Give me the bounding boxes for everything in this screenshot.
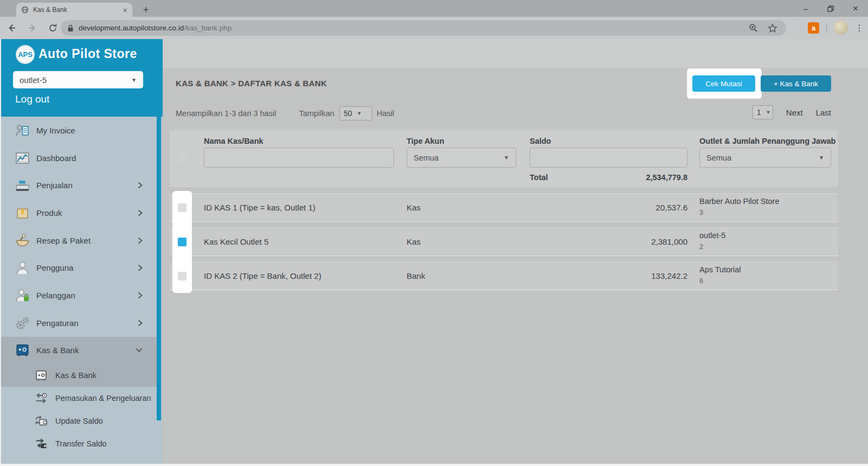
tipe-filter-select[interactable]: Semua ▼ [407,148,516,168]
row-name: Kas Kecil Outlet 5 [204,228,268,256]
results-count-text: Menampilkan 1-3 dari 3 hasil [176,109,276,118]
chevron-right-icon [138,209,143,216]
outlet-select[interactable]: outlet-5 ▼ [13,71,143,88]
sidebar-item-label: Pengguna [36,263,73,272]
row-checkbox-checked[interactable] [178,238,187,246]
product-icon [15,206,30,220]
caret-down-icon: ▼ [357,111,362,116]
sidebar-item-pelanggan[interactable]: Pelanggan [0,282,157,309]
main-content: KAS & BANK > DAFTAR KAS & BANK Cek Mutas… [163,39,868,466]
row-saldo: 20,537.6 [579,194,687,221]
back-icon[interactable] [2,19,21,37]
tampilkan-label: Tampilkan [299,109,334,118]
sidebar-item-produk[interactable]: Produk [0,199,157,227]
toolbar-separator [826,23,827,33]
in-out-icon [35,392,48,405]
window-restore-button[interactable] [818,0,843,17]
select-all-checkbox[interactable] [178,154,187,162]
table-row[interactable]: Kas Kecil Outlet 5Kas2,381,000outlet-52 [170,228,838,256]
profile-avatar[interactable] [834,21,848,35]
sidebar-item-kas-bank[interactable]: Kas & Bank [0,337,157,365]
sidebar-menu: My InvoiceDashboardPenjualanProdukResep … [0,117,157,455]
sidebar-subitem-transfer-saldo[interactable]: Transfer Saldo [0,432,157,455]
zoom-page-icon[interactable] [749,23,758,33]
safe-icon [15,343,30,358]
brand-title: Auto Pilot Store [38,47,137,61]
forward-icon[interactable] [23,19,41,37]
url-bar[interactable]: development.autopilotstore.co.id/kas_ban… [61,20,786,36]
window-bottom-edge [0,464,868,466]
sidebar-subitem-kas-bank[interactable]: Kas & Bank [0,364,157,387]
sidebar-item-label: Pemasukan & Pengeluaran [55,394,151,403]
transfer-balance-icon [35,437,48,450]
row-count: 2 [699,243,703,251]
sales-icon [15,178,30,193]
saldo-filter-input[interactable] [530,148,687,168]
total-label: Total [530,173,548,182]
settings-icon [15,316,30,330]
cek-mutasi-button[interactable]: Cek Mutasi [692,75,755,92]
chevron-right-icon [138,237,143,244]
row-checkbox[interactable] [178,272,187,280]
caret-down-icon: ▼ [766,110,771,115]
next-page-link[interactable]: Next [786,108,803,117]
sidebar-item-label: Pengaturan [36,318,79,328]
tab-title: Kas & Bank [33,6,118,14]
page-size-select[interactable]: 50 ▼ [339,106,372,120]
page-number-value: 1 [757,108,761,117]
window-minimize-button[interactable]: – [793,0,818,17]
aps-logo-icon: APS [16,45,35,64]
table-filter-header: Nama Kas/Bank Tipe Akun Saldo Outlet & J… [170,130,838,187]
row-tipe: Bank [407,262,425,290]
customer-icon [15,288,30,303]
sidebar-item-my-invoice[interactable]: My Invoice [0,117,157,144]
logout-link[interactable]: Log out [15,93,49,105]
window-close-button[interactable]: × [843,0,868,17]
row-name: ID KAS 2 (Tipe = Bank, Outlet 2) [204,262,322,290]
row-saldo: 2,381,000 [579,228,687,256]
outlet-filter-value: Semua [706,154,731,162]
row-outlet: outlet-5 [699,231,725,240]
add-kas-bank-button[interactable]: + Kas & Bank [761,75,831,92]
row-checkbox[interactable] [178,203,187,212]
reload-icon[interactable] [43,19,62,37]
chevron-right-icon [138,292,143,299]
row-tipe: Kas [407,228,421,256]
row-name: ID KAS 1 (Tipe = kas, Outlet 1) [204,194,316,221]
browser-tab[interactable]: Kas & Bank × [16,3,132,17]
update-balance-icon [35,414,48,427]
chevron-right-icon [138,264,143,271]
chevron-right-icon [138,320,143,327]
window-edge [0,39,1,466]
sidebar-item-label: Penjualan [36,181,73,190]
sidebar-item-penjualan[interactable]: Penjualan [0,171,157,199]
column-header-tipe: Tipe Akun [407,137,444,145]
sidebar-item-label: Kas & Bank [36,346,79,355]
table-row[interactable]: ID KAS 1 (Tipe = kas, Outlet 1)Kas20,537… [170,194,838,221]
tab-close-icon[interactable]: × [123,6,127,14]
row-count: 6 [699,277,703,285]
row-outlet: Barber Auto Pilot Store [699,197,780,206]
sidebar-item-pengaturan[interactable]: Pengaturan [0,309,157,337]
sidebar-subitem-pemasukan-pengeluaran[interactable]: Pemasukan & Pengeluaran [0,387,157,410]
sidebar-item-dashboard[interactable]: Dashboard [0,144,157,172]
table-row[interactable]: ID KAS 2 (Tipe = Bank, Outlet 2)Bank133,… [170,262,838,290]
outlet-filter-select[interactable]: Semua ▼ [699,148,831,168]
new-tab-button[interactable]: + [139,3,153,17]
outlet-select-value: outlet-5 [20,75,47,85]
hasil-label: Hasil [377,109,394,118]
last-page-link[interactable]: Last [816,108,831,117]
sidebar-item-resep-paket[interactable]: Resep & Paket [0,227,157,254]
name-filter-input[interactable] [204,148,394,168]
sidebar-item-label: My Invoice [36,126,75,135]
sidebar-scrollbar[interactable] [157,117,161,420]
sidebar-subitem-update-saldo[interactable]: Update Saldo [0,410,157,432]
main-topbar [163,39,868,68]
browser-menu-icon[interactable]: ⋮ [855,23,864,33]
page-number-select[interactable]: 1 ▼ [753,105,773,119]
extension-icon[interactable]: a [808,22,819,34]
bookmark-star-icon[interactable] [768,23,777,33]
column-header-saldo: Saldo [530,137,551,145]
tipe-filter-value: Semua [414,154,439,162]
sidebar-item-pengguna[interactable]: Pengguna [0,254,157,282]
